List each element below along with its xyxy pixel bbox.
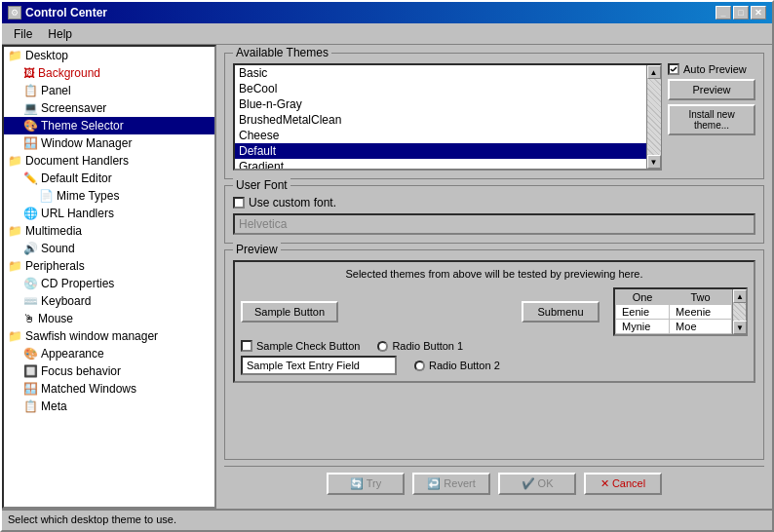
editor-icon: ✏️ — [23, 171, 38, 185]
sidebar-item-theme-selector[interactable]: 🎨 Theme Selector — [4, 117, 214, 134]
keyboard-icon: ⌨️ — [23, 294, 38, 308]
menu-bar: File Help — [2, 23, 772, 45]
main-area: 📁 Desktop 🖼 Background 📋 Panel 💻 Screens… — [2, 45, 772, 509]
menu-help[interactable]: Help — [40, 25, 80, 42]
theme-cheese[interactable]: Cheese — [235, 128, 646, 143]
theme-brushed[interactable]: BrushedMetalClean — [235, 112, 646, 128]
sidebar-item-mime-types[interactable]: 📄 Mime Types — [4, 187, 214, 205]
sidebar-item-label: Sound — [41, 242, 75, 255]
sidebar-item-sawfish[interactable]: 📁 Sawfish window manager — [4, 327, 214, 345]
preview-button[interactable]: Preview — [668, 79, 755, 100]
cancel-icon: ✕ — [600, 477, 612, 489]
revert-button[interactable]: ↩️ Revert — [412, 473, 490, 495]
wm-icon: 🪟 — [23, 136, 38, 150]
use-custom-font-checkbox[interactable] — [233, 197, 245, 209]
cancel-button[interactable]: ✕ Cancel — [584, 473, 662, 495]
sidebar-item-default-editor[interactable]: ✏️ Default Editor — [4, 170, 214, 187]
table-cell: Mynie — [616, 320, 670, 334]
revert-icon: ↩️ — [427, 477, 444, 489]
sidebar-item-label: Document Handlers — [25, 154, 129, 168]
sidebar-item-peripherals[interactable]: 📁 Peripherals — [4, 257, 214, 275]
preview-table: One Two Eenie Meenie — [615, 289, 732, 334]
ok-button[interactable]: ✔️ OK — [498, 473, 576, 495]
sidebar-item-label: Sawfish window manager — [25, 329, 158, 343]
sidebar-scroll[interactable]: 📁 Desktop 🖼 Background 📋 Panel 💻 Screens… — [4, 47, 214, 507]
preview-box: Selected themes from above will be teste… — [233, 260, 755, 383]
sidebar-item-url-handlers[interactable]: 🌐 URL Handlers — [4, 205, 214, 222]
scroll-down-btn[interactable]: ▼ — [647, 155, 661, 169]
window-icon: ⚙ — [8, 6, 21, 19]
table-scrollbar[interactable]: ▲ ▼ — [732, 289, 746, 334]
radio-button-2[interactable]: Radio Button 2 — [414, 360, 500, 371]
preview-table-container: One Two Eenie Meenie — [613, 287, 748, 336]
available-themes-group: Available Themes Basic BeCool Blue-n-Gra… — [224, 53, 764, 179]
image-icon: 🖼 — [23, 66, 35, 80]
auto-preview-checkbox[interactable] — [668, 63, 679, 75]
theme-blue-n-gray[interactable]: Blue-n-Gray — [235, 96, 646, 112]
user-font-label: User Font — [233, 178, 290, 192]
theme-gradient[interactable]: Gradient — [235, 159, 646, 169]
preview-row-3: Sample Text Entry Field Radio Button 2 — [241, 356, 748, 375]
sidebar-item-sound[interactable]: 🔊 Sound — [4, 240, 214, 257]
submenu-button[interactable]: Submenu — [522, 301, 600, 323]
sidebar-item-meta[interactable]: 📋 Meta — [4, 398, 214, 415]
auto-preview-row: Auto Preview — [668, 63, 755, 75]
radio-button-1[interactable]: Radio Button 1 — [377, 340, 463, 352]
mouse-icon: 🖱 — [23, 312, 35, 325]
panel-icon: 📋 — [23, 84, 38, 97]
preview-row-1: Sample Button Submenu One Two — [241, 287, 748, 336]
sidebar-item-label: Panel — [41, 84, 71, 97]
sample-check-button[interactable] — [241, 340, 252, 352]
sidebar-item-screensaver[interactable]: 💻 Screensaver — [4, 99, 214, 117]
scroll-up-btn[interactable]: ▲ — [647, 65, 661, 79]
sidebar: 📁 Desktop 🖼 Background 📋 Panel 💻 Screens… — [2, 45, 216, 509]
sidebar-item-label: CD Properties — [41, 277, 114, 290]
sample-button[interactable]: Sample Button — [241, 301, 338, 323]
sidebar-item-panel[interactable]: 📋 Panel — [4, 82, 214, 99]
try-button[interactable]: 🔄 Try — [327, 473, 405, 495]
table-scroll-down[interactable]: ▼ — [733, 321, 747, 334]
preview-info-text: Selected themes from above will be teste… — [241, 268, 748, 280]
install-theme-button[interactable]: Install new theme... — [668, 104, 755, 135]
radio2-label: Radio Button 2 — [429, 360, 500, 371]
mime-icon: 📄 — [39, 189, 54, 203]
themes-scrollbar[interactable]: ▲ ▼ — [646, 65, 660, 169]
sidebar-item-cd-properties[interactable]: 💿 CD Properties — [4, 275, 214, 292]
theme-becool[interactable]: BeCool — [235, 81, 646, 96]
sidebar-item-multimedia[interactable]: 📁 Multimedia — [4, 222, 214, 240]
sidebar-item-document-handlers[interactable]: 📁 Document Handlers — [4, 152, 214, 170]
user-font-group: User Font Use custom font. Helvetica — [224, 185, 764, 244]
sidebar-item-focus-behavior[interactable]: 🔲 Focus behavior — [4, 362, 214, 380]
folder-icon: 📁 — [8, 259, 22, 273]
status-text: Select which desktop theme to use. — [8, 513, 176, 525]
sidebar-item-background[interactable]: 🖼 Background — [4, 64, 214, 82]
menu-file[interactable]: File — [6, 25, 40, 42]
folder-icon: 📁 — [8, 154, 22, 168]
sample-text-entry[interactable]: Sample Text Entry Field — [241, 356, 397, 375]
sidebar-item-window-manager[interactable]: 🪟 Window Manager — [4, 134, 214, 152]
theme-default[interactable]: Default — [235, 143, 646, 159]
sidebar-item-appearance[interactable]: 🎨 Appearance — [4, 345, 214, 362]
close-button[interactable]: ✕ — [751, 6, 766, 19]
focus-icon: 🔲 — [23, 364, 38, 378]
sidebar-item-mouse[interactable]: 🖱 Mouse — [4, 310, 214, 327]
themes-listbox[interactable]: Basic BeCool Blue-n-Gray BrushedMetalCle… — [235, 65, 646, 169]
sample-check-row: Sample Check Button — [241, 340, 360, 352]
sidebar-item-label: URL Handlers — [41, 207, 114, 220]
table-scroll-up[interactable]: ▲ — [733, 289, 747, 303]
folder-icon: 📁 — [8, 329, 22, 343]
radio-2-area: Radio Button 2 — [414, 360, 500, 371]
ok-icon: ✔️ — [522, 477, 538, 489]
use-custom-font-row: Use custom font. — [233, 196, 755, 209]
url-icon: 🌐 — [23, 207, 38, 220]
meta-icon: 📋 — [23, 399, 38, 413]
theme-basic[interactable]: Basic — [235, 65, 646, 81]
sidebar-item-label: Focus behavior — [41, 364, 121, 378]
maximize-button[interactable]: □ — [733, 6, 749, 19]
sidebar-item-keyboard[interactable]: ⌨️ Keyboard — [4, 292, 214, 310]
appearance-icon: 🎨 — [23, 347, 38, 361]
try-icon: 🔄 — [350, 477, 367, 489]
sidebar-item-desktop[interactable]: 📁 Desktop — [4, 47, 214, 64]
minimize-button[interactable]: _ — [716, 6, 731, 19]
sidebar-item-matched-windows[interactable]: 🪟 Matched Windows — [4, 380, 214, 398]
